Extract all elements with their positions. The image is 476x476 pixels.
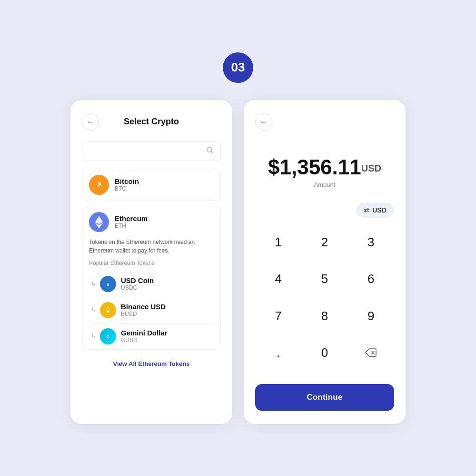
step-badge: 03 bbox=[223, 52, 253, 83]
search-input[interactable] bbox=[89, 147, 206, 155]
usdc-item[interactable]: ↳ $ USD Coin USDC bbox=[82, 271, 220, 297]
amount-value-row: $1,356.11USD bbox=[255, 155, 394, 179]
ethereum-info: Ethereum ETH bbox=[115, 214, 148, 229]
busd-info: Binance USD BUSD bbox=[121, 303, 166, 317]
usd-toggle-badge[interactable]: ⇄ USD bbox=[356, 203, 394, 218]
amount-display: $1,356.11USD Amount bbox=[255, 155, 394, 188]
select-crypto-panel: ← Select Crypto Bitcoin BTC bbox=[70, 100, 232, 424]
view-all-link[interactable]: View All Ethereum Tokens bbox=[82, 354, 221, 369]
left-panel-header: ← Select Crypto bbox=[82, 113, 221, 131]
amount-currency: USD bbox=[361, 162, 381, 173]
key-8[interactable]: 8 bbox=[301, 301, 347, 331]
busd-item[interactable]: ↳ Binance USD BUSD bbox=[82, 297, 220, 323]
key-5[interactable]: 5 bbox=[301, 264, 347, 294]
gusd-indent-icon: ↳ bbox=[91, 333, 96, 340]
ethereum-ticker: ETH bbox=[115, 223, 148, 229]
key-7[interactable]: 7 bbox=[255, 301, 301, 331]
key-4[interactable]: 4 bbox=[255, 264, 301, 294]
gusd-ticker: GUSD bbox=[121, 337, 168, 344]
panels-container: ← Select Crypto Bitcoin BTC bbox=[70, 100, 406, 424]
key-dot[interactable]: . bbox=[255, 337, 301, 368]
gusd-name: Gemini Dollar bbox=[121, 329, 168, 337]
bitcoin-info: Bitcoin BTC bbox=[115, 177, 139, 192]
bitcoin-ticker: BTC bbox=[115, 185, 139, 192]
key-6[interactable]: 6 bbox=[348, 264, 394, 294]
left-panel-title: Select Crypto bbox=[99, 117, 204, 127]
usdc-name: USD Coin bbox=[121, 276, 154, 284]
search-icon bbox=[206, 146, 214, 156]
key-backspace[interactable] bbox=[348, 337, 394, 368]
search-box[interactable] bbox=[82, 141, 221, 161]
popular-label: Popular Ethereum Tokens bbox=[82, 260, 220, 271]
swap-icon: ⇄ bbox=[364, 206, 369, 214]
usdc-icon: $ bbox=[100, 276, 116, 292]
ethereum-section: Ethereum ETH Tokens on the Ethereum netw… bbox=[82, 206, 221, 350]
right-panel-header: ← bbox=[255, 113, 394, 131]
numpad: 1 2 3 4 5 6 7 8 9 . 0 bbox=[255, 227, 394, 375]
bitcoin-icon bbox=[89, 175, 109, 195]
amount-panel: ← $1,356.11USD Amount ⇄ USD 1 2 3 4 5 6 … bbox=[244, 100, 406, 424]
usdc-info: USD Coin USDC bbox=[121, 276, 154, 291]
amount-label: Amount bbox=[255, 181, 394, 188]
busd-icon bbox=[100, 302, 116, 318]
key-1[interactable]: 1 bbox=[255, 227, 301, 258]
ethereum-name: Ethereum bbox=[115, 214, 148, 223]
key-9[interactable]: 9 bbox=[348, 301, 394, 331]
usdc-ticker: USDC bbox=[121, 284, 154, 291]
currency-toggle[interactable]: ⇄ USD bbox=[255, 203, 394, 218]
key-0[interactable]: 0 bbox=[301, 337, 347, 368]
ethereum-icon bbox=[89, 212, 109, 232]
busd-ticker: BUSD bbox=[121, 311, 166, 317]
ethereum-item[interactable]: Ethereum ETH bbox=[82, 206, 220, 238]
ethereum-note: Tokens on the Ethereum network need an E… bbox=[82, 238, 220, 260]
usdc-indent-icon: ↳ bbox=[91, 280, 96, 287]
bitcoin-item[interactable]: Bitcoin BTC bbox=[82, 169, 221, 201]
gusd-icon: G bbox=[100, 328, 116, 344]
currency-toggle-label: USD bbox=[372, 206, 387, 214]
svg-text:G: G bbox=[106, 334, 109, 339]
key-3[interactable]: 3 bbox=[348, 227, 394, 258]
gusd-item[interactable]: ↳ G Gemini Dollar GUSD bbox=[82, 324, 220, 349]
busd-name: Binance USD bbox=[121, 303, 166, 311]
amount-value: $1,356.11 bbox=[268, 155, 361, 179]
key-2[interactable]: 2 bbox=[301, 227, 347, 258]
busd-indent-icon: ↳ bbox=[91, 306, 96, 314]
svg-text:$: $ bbox=[107, 283, 109, 287]
gusd-info: Gemini Dollar GUSD bbox=[121, 329, 168, 344]
left-back-button[interactable]: ← bbox=[82, 113, 99, 131]
bitcoin-name: Bitcoin bbox=[115, 177, 139, 185]
right-back-button[interactable]: ← bbox=[255, 113, 272, 131]
continue-button[interactable]: Continue bbox=[255, 384, 394, 411]
